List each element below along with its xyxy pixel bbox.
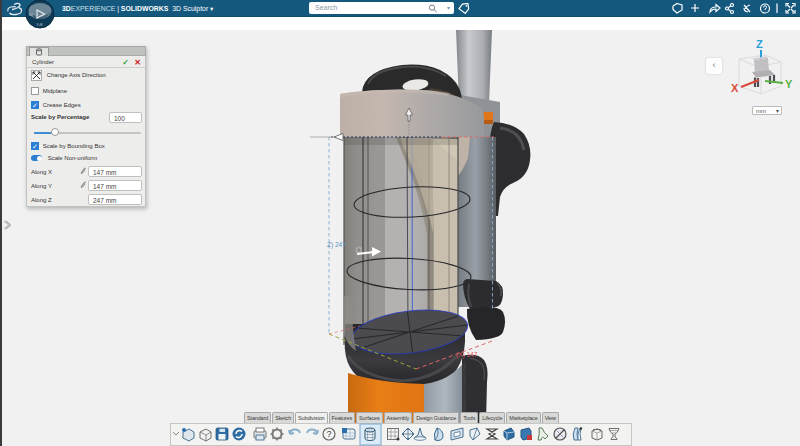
svg-text:3D: 3D (29, 13, 34, 17)
svg-text:(X) 147: (X) 147 (456, 351, 478, 359)
svg-text:Z) 247: Z) 247 (327, 241, 346, 249)
svg-text:Z: Z (756, 38, 763, 50)
svg-text:?: ? (327, 429, 332, 439)
svg-text:X: X (731, 82, 739, 94)
svg-text:Y: Y (785, 78, 793, 90)
svg-text:V+R: V+R (37, 23, 44, 27)
